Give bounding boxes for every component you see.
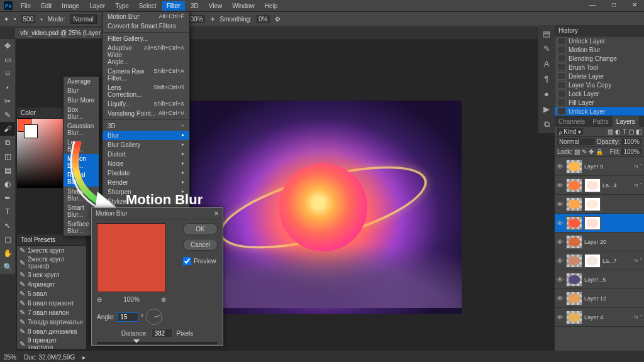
visibility-icon[interactable]: 👁 bbox=[557, 276, 564, 283]
smoothing-field[interactable]: 0% bbox=[257, 15, 269, 23]
filter-menu-item[interactable]: Filter Gallery... bbox=[103, 34, 189, 43]
history-item[interactable]: Blending Change bbox=[555, 54, 644, 63]
angle-dial[interactable] bbox=[146, 309, 162, 325]
filter-icon[interactable]: ◧ bbox=[636, 128, 641, 135]
filter-menu-item[interactable]: Render bbox=[103, 178, 189, 187]
history-item[interactable]: Unlock Layer bbox=[555, 107, 644, 116]
type-tool[interactable]: T bbox=[0, 205, 15, 219]
filter-menu-item[interactable]: Noise bbox=[103, 159, 189, 168]
layer-row[interactable]: 👁 bbox=[555, 214, 644, 233]
layer-row[interactable]: 👁Layer...5 bbox=[555, 270, 644, 289]
visibility-icon[interactable]: 👁 bbox=[557, 200, 564, 208]
filter-menu-item[interactable]: Sharpen bbox=[103, 187, 189, 197]
hand-tool[interactable]: ✋ bbox=[0, 246, 15, 260]
visibility-icon[interactable]: 👁 bbox=[557, 238, 564, 246]
filter-menu-item[interactable]: Camera Raw Filter...Shift+Ctrl+A bbox=[103, 67, 189, 83]
filter-menu-item[interactable]: Motion BlurAlt+Ctrl+F bbox=[103, 12, 189, 21]
angle-field[interactable]: 15 bbox=[117, 312, 138, 322]
menu-help[interactable]: Help bbox=[260, 1, 282, 11]
visibility-icon[interactable]: 👁 bbox=[557, 295, 564, 302]
pen-tool[interactable]: ✒ bbox=[0, 191, 15, 205]
tool-preset-item[interactable]: ✎2жестк кругл трансф bbox=[17, 255, 86, 270]
gradient-tool[interactable]: ▤ bbox=[0, 163, 15, 177]
menu-filter[interactable]: Filter bbox=[162, 1, 185, 11]
menu-3d[interactable]: 3D bbox=[186, 1, 203, 11]
layer-opacity[interactable]: 100% bbox=[621, 138, 641, 145]
menu-image[interactable]: Image bbox=[57, 1, 84, 11]
dialog-close[interactable]: ✕ bbox=[214, 210, 219, 217]
tool-preset-item[interactable]: ✎9 принцит текстура bbox=[17, 336, 86, 349]
filter-menu-item[interactable]: Vanishing Point...Alt+Ctrl+V bbox=[103, 109, 189, 118]
history-item[interactable]: Layer Via Copy bbox=[555, 80, 644, 89]
layer-row[interactable]: 👁La...4fx ˅ bbox=[555, 176, 644, 195]
blend-mode-select[interactable]: Normal bbox=[70, 14, 97, 24]
tool-preset-item[interactable]: ✎3 нек кругл bbox=[17, 270, 86, 280]
wand-tool[interactable]: ⋆ bbox=[0, 80, 15, 94]
blur-preview[interactable] bbox=[97, 223, 166, 292]
shape-tool[interactable]: ▢ bbox=[0, 233, 15, 246]
filter-menu-item[interactable]: Lens Correction...Shift+Ctrl+R bbox=[103, 83, 189, 99]
layer-fill[interactable]: 100% bbox=[621, 148, 641, 155]
visibility-icon[interactable]: 👁 bbox=[557, 163, 564, 170]
visibility-icon[interactable]: 👁 bbox=[557, 219, 564, 227]
distance-field[interactable]: 382 bbox=[152, 329, 173, 338]
filter-menu-item[interactable]: Adaptive Wide Angle...Alt+Shift+Ctrl+A bbox=[103, 43, 189, 67]
blend-mode[interactable]: Normal bbox=[557, 138, 595, 145]
filter-menu-item[interactable]: Convert for Smart Filters bbox=[103, 21, 189, 31]
zoom-tool[interactable]: 🔍 bbox=[0, 260, 15, 274]
distance-slider[interactable] bbox=[97, 342, 218, 344]
move-tool[interactable]: ✥ bbox=[0, 39, 15, 53]
history-item[interactable]: Delete Layer bbox=[555, 72, 644, 80]
history-item[interactable]: Motion Blur bbox=[555, 45, 644, 54]
tool-preset-item[interactable]: ✎1жестк кругл bbox=[17, 246, 86, 255]
blur-submenu-item[interactable]: Motion Blur... bbox=[64, 154, 99, 170]
lock-icon[interactable]: ✥ bbox=[589, 148, 594, 155]
menu-edit[interactable]: Edit bbox=[36, 1, 56, 11]
menu-layer[interactable]: Layer bbox=[85, 1, 109, 11]
history-item[interactable]: Fill Layer bbox=[555, 98, 644, 107]
tool-preset-item[interactable]: ✎4принцит bbox=[17, 280, 86, 289]
lock-icon[interactable]: 🔒 bbox=[596, 148, 603, 155]
layer-row[interactable]: 👁Layer 12 bbox=[555, 289, 644, 308]
menu-file[interactable]: File bbox=[16, 1, 35, 11]
visibility-icon[interactable]: 👁 bbox=[557, 182, 564, 189]
filter-menu-item[interactable]: Pixelate bbox=[103, 168, 189, 178]
filter-menu-item[interactable]: 3D bbox=[103, 121, 189, 131]
brush-tool[interactable]: 🖌 bbox=[0, 122, 15, 136]
menu-type[interactable]: Type bbox=[111, 1, 133, 11]
tool-preset-item[interactable]: ✎6 овал горизонт bbox=[17, 299, 86, 308]
filter-menu-item[interactable]: Liquify...Shift+Ctrl+X bbox=[103, 99, 189, 109]
path-tool[interactable]: ↖ bbox=[0, 219, 15, 233]
menu-window[interactable]: Window bbox=[228, 1, 259, 11]
history-item[interactable]: Unlock Layer bbox=[555, 36, 644, 45]
blur-submenu-item[interactable]: Average bbox=[64, 77, 99, 86]
status-zoom[interactable]: 25% bbox=[4, 354, 16, 361]
filter-menu-item[interactable]: Blur Gallery bbox=[103, 140, 189, 150]
tool-preset-item[interactable]: ✎8 овал динамика bbox=[17, 327, 86, 336]
dodge-tool[interactable]: ◐ bbox=[0, 177, 15, 191]
tool-preset-item[interactable]: ✎7 овал наклон bbox=[17, 308, 86, 317]
maximize-button[interactable]: □ bbox=[608, 0, 620, 9]
layer-row[interactable]: 👁La...7fx ˅ bbox=[555, 251, 644, 270]
eraser-tool[interactable]: ◫ bbox=[0, 150, 15, 163]
close-button[interactable]: ✕ bbox=[628, 0, 641, 9]
panel-icon[interactable]: ⧉ bbox=[541, 119, 552, 129]
brush-size-field[interactable]: 500 bbox=[21, 15, 36, 23]
zoom-in-icon[interactable]: ⊕ bbox=[161, 296, 166, 303]
lock-icon[interactable]: ✎ bbox=[582, 148, 587, 155]
lasso-tool[interactable]: ⌑ bbox=[0, 67, 15, 80]
panel-icon[interactable]: ✎ bbox=[541, 44, 552, 54]
blur-submenu-item[interactable]: Box Blur... bbox=[64, 105, 99, 121]
layer-row[interactable]: 👁Layer 9fx ˅ bbox=[555, 157, 644, 176]
panel-icon[interactable]: ● bbox=[541, 89, 552, 99]
panel-icon[interactable]: ▤ bbox=[541, 29, 552, 39]
filter-icon[interactable]: ▥ bbox=[608, 128, 613, 135]
minimize-button[interactable]: — bbox=[585, 0, 600, 9]
lock-icon[interactable]: ▧ bbox=[574, 148, 580, 155]
preview-checkbox[interactable] bbox=[183, 257, 191, 265]
tool-preset-item[interactable]: ✎5 овал bbox=[17, 289, 86, 299]
stamp-tool[interactable]: ⧉ bbox=[0, 136, 15, 150]
bg-swatch[interactable] bbox=[24, 124, 38, 138]
panel-icon[interactable]: ▶ bbox=[541, 104, 552, 114]
panel-icon[interactable]: ¶ bbox=[541, 74, 552, 84]
